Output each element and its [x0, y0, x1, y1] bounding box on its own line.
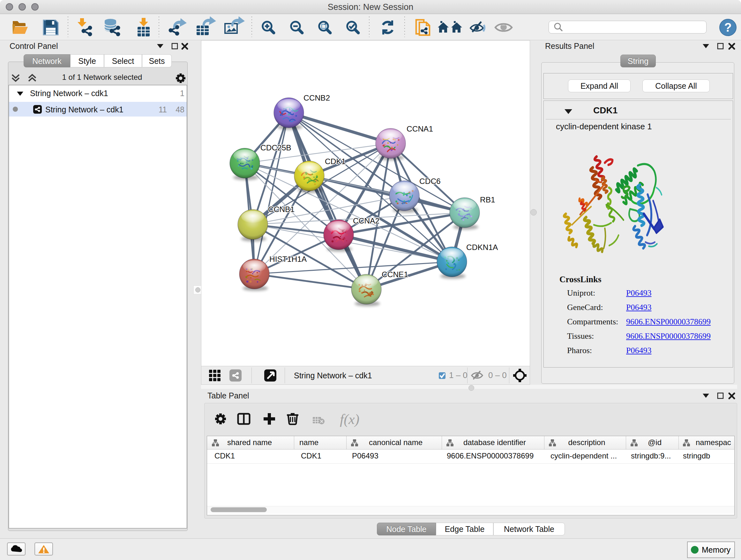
svg-text:1 – 0: 1 – 0 — [449, 370, 468, 380]
svg-text:RB1: RB1 — [480, 195, 495, 204]
svg-text:CDKN1A: CDKN1A — [466, 243, 498, 252]
svg-text:CCNB1: CCNB1 — [268, 205, 294, 213]
svg-text:CCNE1: CCNE1 — [382, 270, 408, 279]
svg-text:CCNB2: CCNB2 — [304, 94, 330, 102]
svg-text:CCNA2: CCNA2 — [353, 216, 380, 225]
svg-text:0 – 0: 0 – 0 — [488, 370, 507, 380]
svg-text:CDC25B: CDC25B — [260, 143, 291, 152]
svg-text:?: ? — [724, 21, 731, 34]
svg-text:String Network – cdk1: String Network – cdk1 — [294, 371, 372, 380]
svg-text:CDC6: CDC6 — [419, 177, 441, 186]
svg-text:CCNA1: CCNA1 — [407, 125, 433, 133]
svg-text:HIST1H1A: HIST1H1A — [269, 255, 307, 263]
svg-text:CDK1: CDK1 — [325, 157, 346, 166]
svg-text:f(x): f(x) — [340, 412, 359, 427]
